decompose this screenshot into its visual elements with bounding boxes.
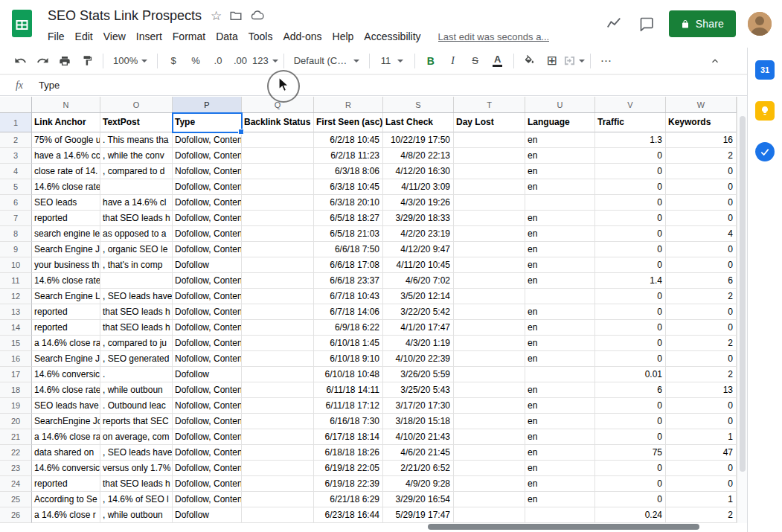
cell-P15[interactable]: Dofollow, Content	[173, 336, 242, 351]
cell-U24[interactable]: en	[525, 476, 595, 492]
cell-V20[interactable]: 0	[595, 414, 666, 429]
cell-U1[interactable]: Language	[525, 113, 595, 132]
cell-W16[interactable]: 0	[666, 351, 737, 367]
cell-R7[interactable]: 6/5/18 18:27	[314, 211, 383, 226]
vertical-scrollbar[interactable]	[737, 97, 747, 523]
cell-U16[interactable]: en	[525, 351, 595, 367]
move-folder-icon[interactable]	[229, 9, 243, 22]
row-number-2[interactable]: 2	[0, 132, 32, 148]
cell-S21[interactable]: 4/10/20 21:43	[383, 429, 454, 445]
cell-R9[interactable]: 6/6/18 7:50	[314, 242, 383, 257]
paint-format-button[interactable]	[77, 51, 97, 71]
cell-U3[interactable]: en	[525, 148, 595, 164]
cell-Q3[interactable]	[242, 148, 314, 164]
row-number-5[interactable]: 5	[0, 179, 32, 195]
cell-Q15[interactable]	[242, 336, 314, 351]
cell-S9[interactable]: 4/12/20 9:47	[383, 242, 454, 257]
cell-O2[interactable]: . This means tha	[100, 132, 173, 148]
cell-O18[interactable]: , while outboun	[100, 382, 173, 398]
cell-T20[interactable]	[454, 414, 525, 429]
menu-item-file[interactable]: File	[42, 29, 70, 44]
cell-W6[interactable]: 0	[666, 195, 737, 211]
cell-U26[interactable]	[525, 507, 595, 523]
row-number-13[interactable]: 13	[0, 304, 32, 320]
cell-N20[interactable]: SearchEngine Jc	[32, 414, 100, 429]
cell-W9[interactable]: 0	[666, 242, 737, 257]
cell-R19[interactable]: 6/11/18 17:12	[314, 398, 383, 414]
percent-format-button[interactable]: %	[185, 51, 206, 71]
cell-R5[interactable]: 6/3/18 10:45	[314, 179, 383, 195]
cell-U15[interactable]: en	[525, 336, 595, 351]
cell-W23[interactable]: 0	[666, 461, 737, 476]
cell-P8[interactable]: Dofollow, Content	[173, 226, 242, 242]
cell-T21[interactable]	[454, 429, 525, 445]
cell-S22[interactable]: 4/6/20 21:45	[383, 445, 454, 461]
cell-T1[interactable]: Day Lost	[454, 113, 525, 132]
cell-U23[interactable]: en	[525, 461, 595, 476]
menu-item-help[interactable]: Help	[327, 29, 359, 44]
cell-T16[interactable]	[454, 351, 525, 367]
cell-P13[interactable]: Dofollow, Content	[173, 304, 242, 320]
cell-V15[interactable]: 0	[595, 336, 666, 351]
cell-P4[interactable]: Nofollow, Content	[173, 164, 242, 179]
fill-handle[interactable]	[238, 129, 244, 135]
cell-N4[interactable]: close rate of 14.	[32, 164, 100, 179]
more-toolbar-button[interactable]: ⋯	[596, 51, 617, 71]
cell-W21[interactable]: 1	[666, 429, 737, 445]
share-button[interactable]: Share	[669, 10, 736, 37]
cell-U14[interactable]: en	[525, 320, 595, 336]
tasks-icon[interactable]	[755, 142, 775, 161]
cell-W4[interactable]: 0	[666, 164, 737, 179]
cell-P25[interactable]: Dofollow, Content	[173, 492, 242, 507]
cell-O1[interactable]: TextPost	[100, 113, 173, 132]
cell-T14[interactable]	[454, 320, 525, 336]
cell-W5[interactable]: 0	[666, 179, 737, 195]
cell-N19[interactable]: SEO leads have	[32, 398, 100, 414]
cell-R26[interactable]: 6/23/18 16:44	[314, 507, 383, 523]
cell-S11[interactable]: 4/6/20 7:02	[383, 273, 454, 289]
cell-Q18[interactable]	[242, 382, 314, 398]
cell-O19[interactable]: . Outbound leac	[100, 398, 173, 414]
cell-S8[interactable]: 4/2/20 23:19	[383, 226, 454, 242]
cell-S24[interactable]: 4/9/20 9:28	[383, 476, 454, 492]
cell-V21[interactable]: 0	[595, 429, 666, 445]
cell-Q23[interactable]	[242, 461, 314, 476]
cell-T8[interactable]	[454, 226, 525, 242]
cell-R16[interactable]: 6/10/18 9:10	[314, 351, 383, 367]
cell-T17[interactable]	[454, 367, 525, 382]
cell-O14[interactable]: that SEO leads h	[100, 320, 173, 336]
cell-Q19[interactable]	[242, 398, 314, 414]
cell-S5[interactable]: 4/11/20 3:09	[383, 179, 454, 195]
activity-history-icon[interactable]	[603, 13, 624, 34]
cell-P2[interactable]: Dofollow, Content	[173, 132, 242, 148]
cell-W12[interactable]: 2	[666, 289, 737, 304]
cell-O6[interactable]: have a 14.6% cl	[100, 195, 173, 211]
cell-S14[interactable]: 4/1/20 17:47	[383, 320, 454, 336]
cell-S16[interactable]: 4/10/20 22:39	[383, 351, 454, 367]
cell-V1[interactable]: Traffic	[595, 113, 666, 132]
font-size-selector[interactable]: 11	[375, 51, 409, 71]
cell-S15[interactable]: 4/3/20 1:19	[383, 336, 454, 351]
row-number-20[interactable]: 20	[0, 414, 32, 429]
row-number-26[interactable]: 26	[0, 507, 32, 523]
cell-U2[interactable]: en	[525, 132, 595, 148]
cell-Q21[interactable]	[242, 429, 314, 445]
cell-P5[interactable]: Dofollow, Content	[173, 179, 242, 195]
cell-T19[interactable]	[454, 398, 525, 414]
cell-N1[interactable]: Link Anchor	[32, 113, 100, 132]
cell-W2[interactable]: 16	[666, 132, 737, 148]
cell-T13[interactable]	[454, 304, 525, 320]
cell-V3[interactable]: 0	[595, 148, 666, 164]
cell-N26[interactable]: a 14.6% close r	[32, 507, 100, 523]
menu-item-edit[interactable]: Edit	[70, 29, 98, 44]
cell-W1[interactable]: Keywords	[666, 113, 737, 132]
cell-R14[interactable]: 6/9/18 6:22	[314, 320, 383, 336]
cell-P9[interactable]: Dofollow, Content	[173, 242, 242, 257]
cell-W22[interactable]: 47	[666, 445, 737, 461]
comment-icon[interactable]	[636, 13, 657, 34]
cell-N11[interactable]: 14.6% close rate	[32, 273, 100, 289]
cell-T3[interactable]	[454, 148, 525, 164]
cell-P6[interactable]: Dofollow, Content	[173, 195, 242, 211]
cell-R11[interactable]: 6/6/18 23:37	[314, 273, 383, 289]
row-number-23[interactable]: 23	[0, 461, 32, 476]
